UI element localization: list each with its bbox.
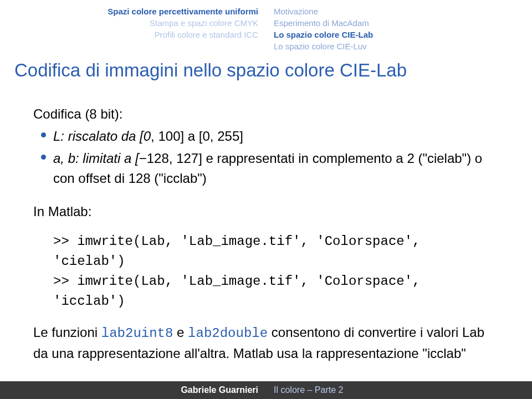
paragraph: Le funzioni lab2uint8 e lab2double conse… [33, 323, 499, 364]
in-matlab: In Matlab: [33, 202, 499, 222]
slide: Spazi colore percettivamente uniformi St… [0, 0, 532, 399]
code-line: >> imwrite(Lab, 'Lab_image.tif', 'Colors… [53, 272, 499, 311]
footer-author: Gabriele Guarnieri [0, 381, 266, 399]
lead-text: Codifica (8 bit): [33, 104, 499, 124]
code-line: >> imwrite(Lab, 'Lab_image.tif', 'Colors… [53, 232, 499, 272]
header: Spazi colore percettivamente uniformi St… [0, 0, 532, 57]
nav-right: Motivazione Esperimento di MacAdam Lo sp… [266, 0, 532, 57]
text: L: riscalato da [0 [53, 129, 151, 144]
nav-right-item[interactable]: Motivazione [274, 6, 524, 17]
nav-right-item[interactable]: Lo spazio colore CIE-Luv [274, 40, 524, 52]
text: 128 [147, 151, 169, 166]
text: e [173, 325, 188, 340]
nav-left-item[interactable]: Stampa e spazi colore CMYK [8, 17, 258, 29]
footer-title: Il colore – Parte 2 [266, 381, 532, 399]
slide-title: Codifica di immagini nello spazio colore… [0, 57, 532, 91]
nav-left-item[interactable]: Spazi colore percettivamente uniformi [8, 6, 258, 17]
code-block: >> imwrite(Lab, 'Lab_image.tif', 'Colors… [53, 232, 499, 311]
nav-left: Spazi colore percettivamente uniformi St… [0, 0, 266, 57]
text: , 100] a [0 [151, 129, 210, 144]
nav-right-item[interactable]: Esperimento di MacAdam [274, 17, 524, 29]
nav-left-item[interactable]: Profili colore e standard ICC [8, 29, 258, 40]
footer: Gabriele Guarnieri Il colore – Parte 2 [0, 381, 532, 399]
text: , 255] [210, 129, 243, 144]
bullet-item: L: riscalato da [0, 100] a [0, 255] [53, 126, 499, 146]
bullet-item: a, b: limitati a [−128, 127] e rappresen… [53, 149, 499, 188]
nav-right-item[interactable]: Lo spazio colore CIE-Lab [274, 29, 524, 40]
content: Codifica (8 bit): L: riscalato da [0, 10… [0, 91, 532, 381]
text: Le funzioni [33, 325, 101, 340]
text: − [139, 151, 147, 166]
func-ref: lab2double [188, 326, 268, 341]
func-ref: lab2uint8 [101, 326, 173, 341]
text: a, b: limitati a [ [53, 151, 139, 166]
